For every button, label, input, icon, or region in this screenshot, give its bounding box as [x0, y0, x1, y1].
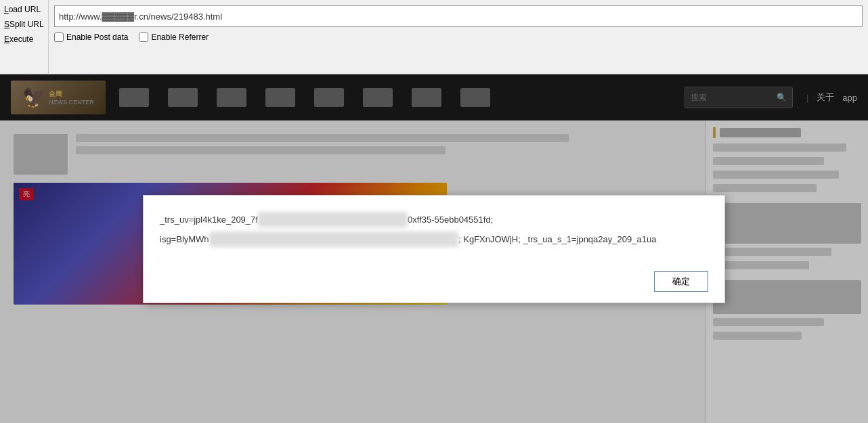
execute-button[interactable]: Execute	[3, 33, 45, 45]
load-url-label: oad URL	[9, 5, 41, 14]
website-background: 🦅 金鹰 NEWS CENTER 搜索 🔍 | 关于 app	[0, 74, 868, 423]
toolbar-left: Load URL SSplit URL Execute	[0, 0, 49, 74]
dialog-box: _trs_uv=jpl4k1ke_209_7f█████████████████…	[143, 195, 725, 303]
dialog-content: _trs_uv=jpl4k1ke_209_7f█████████████████…	[160, 212, 708, 258]
enable-post-data-checkbox-label[interactable]: Enable Post data	[54, 32, 128, 42]
load-url-button[interactable]: Load URL	[3, 3, 45, 16]
split-url-button[interactable]: SSplit URL	[3, 18, 45, 30]
execute-label: xecute	[9, 35, 33, 44]
confirm-button[interactable]: 确定	[654, 271, 708, 292]
url-area: Enable Post data Enable Referrer	[49, 3, 868, 45]
url-input[interactable]	[54, 5, 863, 27]
checkbox-row: Enable Post data Enable Referrer	[54, 32, 863, 42]
dialog-overlay: _trs_uv=jpl4k1ke_209_7f█████████████████…	[0, 74, 868, 423]
split-url-label: Split URL	[9, 20, 44, 29]
dialog-line-1: _trs_uv=jpl4k1ke_209_7f█████████████████…	[160, 212, 708, 227]
enable-post-data-checkbox[interactable]	[54, 32, 64, 42]
enable-referrer-checkbox[interactable]	[139, 32, 148, 42]
dialog-line-2: isg=BlyMWh██████████████████████████████…	[160, 231, 708, 247]
enable-referrer-label: Enable Referrer	[151, 32, 209, 42]
toolbar: Load URL SSplit URL Execute Enable Post …	[0, 0, 868, 74]
enable-post-data-label: Enable Post data	[66, 32, 128, 42]
enable-referrer-checkbox-label[interactable]: Enable Referrer	[139, 32, 209, 42]
dialog-footer: 确定	[160, 271, 708, 292]
